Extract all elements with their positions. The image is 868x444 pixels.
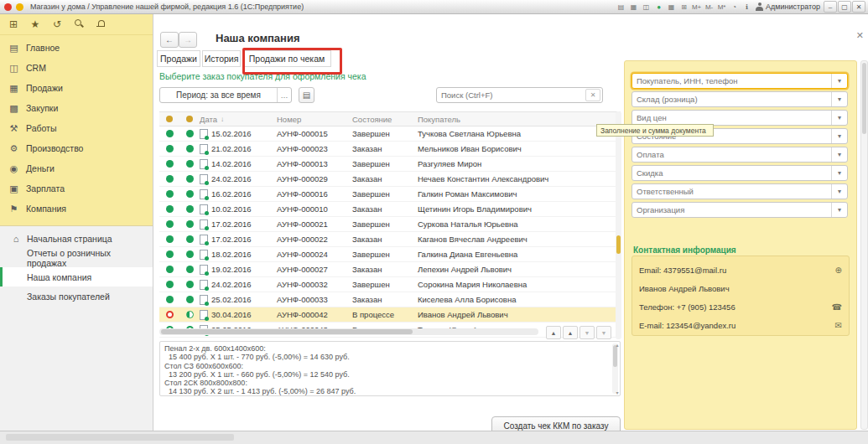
nav-item-наша-компания[interactable]: Наша компания xyxy=(0,267,153,287)
table-row[interactable]: 24.02.2016АУНФ-000032ЗавершенСорокина Ма… xyxy=(159,277,621,292)
column-number[interactable]: Номер xyxy=(277,115,352,124)
scroll-down-button[interactable]: ▼ xyxy=(580,326,595,339)
filter-input-3[interactable] xyxy=(632,113,831,122)
sidebar-item-закупки[interactable]: ▩Закупки xyxy=(0,98,153,118)
dropdown-icon[interactable]: ▾ xyxy=(831,184,847,199)
info-icon[interactable]: ℹ xyxy=(741,2,752,12)
sidebar-item-crm[interactable]: ◫CRM xyxy=(0,58,153,78)
scroll-thumb[interactable] xyxy=(862,63,866,134)
zoom-icon[interactable]: ◔ xyxy=(729,2,740,12)
sidebar-item-главное[interactable]: ▤Главное xyxy=(0,38,153,58)
column-customer[interactable]: Покупатель xyxy=(418,115,598,124)
cell-state: Завершен xyxy=(352,250,418,259)
filter-input-5[interactable] xyxy=(632,150,831,159)
filter-input-1[interactable] xyxy=(632,76,831,85)
dropdown-icon[interactable]: ▾ xyxy=(831,147,847,162)
menu-grid-icon[interactable]: ⊞ xyxy=(5,16,22,32)
save-icon[interactable]: ▤ xyxy=(616,2,626,12)
table-row[interactable]: 14.02.2016АУНФ-000013ЗавершенРазгуляев М… xyxy=(159,157,621,172)
period-choose-icon[interactable]: … xyxy=(277,88,291,102)
dropdown-icon[interactable]: ▾ xyxy=(831,92,847,106)
tab-2[interactable]: История xyxy=(202,50,241,67)
dropdown-icon[interactable]: ▾ xyxy=(831,166,847,180)
history-icon[interactable]: ↺ xyxy=(49,16,65,32)
column-state[interactable]: Состояние xyxy=(352,115,418,124)
calculator-icon[interactable]: ⊞ xyxy=(678,2,689,12)
filter-field-5: ▾ xyxy=(632,147,848,163)
nav-item-начальная-страница[interactable]: ⌂Начальная страница xyxy=(0,229,153,248)
user-badge[interactable]: Администратор xyxy=(756,3,820,11)
form-close-icon[interactable]: ✕ xyxy=(856,30,864,41)
scroll-up2-button[interactable]: ▲ xyxy=(563,326,578,339)
app-menu-icon[interactable] xyxy=(16,3,23,11)
sidebar-item-продажи[interactable]: ▦Продажи xyxy=(0,78,153,98)
table-row[interactable]: 19.02.2016АУНФ-000027ЗаказанЛепехин Андр… xyxy=(159,262,621,277)
preview-icon[interactable]: ◫ xyxy=(641,2,652,12)
sidebar-item-работы[interactable]: ⚒Работы xyxy=(0,118,153,138)
favorites-icon[interactable]: ★ xyxy=(27,16,44,32)
search-input[interactable] xyxy=(437,90,585,100)
app-icon[interactable] xyxy=(4,3,12,11)
dropdown-icon[interactable]: ▾ xyxy=(831,129,847,143)
table-horizontal-scrollbar[interactable] xyxy=(159,328,538,335)
filter-input-2[interactable] xyxy=(632,95,831,104)
service-icon[interactable]: ● xyxy=(653,2,664,12)
table-row[interactable]: 30.04.2016АУНФ-000042В процессеИванов Ан… xyxy=(159,307,621,323)
tab-3[interactable]: Продажи по чекам xyxy=(242,50,331,67)
table-vertical-scrollbar[interactable] xyxy=(616,111,621,339)
sidebar-item-компания[interactable]: ⚑Компания xyxy=(0,199,153,219)
search-icon[interactable] xyxy=(70,16,87,32)
maximize-button[interactable]: ▢ xyxy=(838,1,851,13)
dropdown-icon[interactable]: ▾ xyxy=(831,74,847,88)
table-row[interactable]: 15.02.2016АУНФ-000015ЗавершенТучкова Све… xyxy=(159,126,621,142)
table-row[interactable]: 25.02.2016АУНФ-000033ЗаказанКиселева Алл… xyxy=(159,292,621,307)
close-button[interactable]: ✕ xyxy=(852,1,865,13)
phone-icon[interactable]: ☎ xyxy=(830,302,842,312)
filter-input-8[interactable] xyxy=(632,205,831,214)
forward-button[interactable]: → xyxy=(179,32,197,48)
scroll-up-icon[interactable]: ▴ xyxy=(616,342,618,348)
column-date[interactable]: Дата↓ xyxy=(200,115,277,124)
sidebar-item-деньги[interactable]: ◉Деньги xyxy=(0,158,153,178)
globe-icon[interactable]: ⊕ xyxy=(830,266,842,275)
period-selector[interactable]: Период: за все время … xyxy=(159,87,292,103)
tab-1[interactable]: Продажи xyxy=(157,50,200,67)
table-row[interactable]: 21.02.2016АУНФ-000023ЗаказанМельников Ив… xyxy=(159,142,621,157)
print-icon[interactable]: ▦ xyxy=(628,2,639,12)
back-button[interactable]: ← xyxy=(160,32,179,48)
dropdown-icon[interactable]: ▾ xyxy=(831,111,847,125)
calendar-icon[interactable]: ▦ xyxy=(666,2,677,12)
scroll-thumb[interactable] xyxy=(161,329,413,334)
panel-vertical-scrollbar[interactable] xyxy=(860,60,868,430)
sidebar-item-зарплата[interactable]: ▣Зарплата xyxy=(0,178,153,199)
table-row[interactable]: 16.02.2016АУНФ-000016ЗавершенГалкин Рома… xyxy=(159,187,621,202)
dropdown-icon[interactable]: ▾ xyxy=(831,203,847,217)
mail-icon[interactable]: ✉ xyxy=(830,321,842,330)
nav-item-заказы-покупателей[interactable]: Заказы покупателей xyxy=(0,287,153,306)
details-scrollbar[interactable] xyxy=(612,343,618,394)
scroll-up-button[interactable]: ▲ xyxy=(546,326,561,339)
filter-input-7[interactable] xyxy=(632,187,831,196)
search-clear-icon[interactable]: ✕ xyxy=(585,89,600,101)
notifications-icon[interactable] xyxy=(92,16,109,32)
table-body: 15.02.2016АУНФ-000015ЗавершенТучкова Све… xyxy=(159,126,621,338)
table-row[interactable]: 17.02.2016АУНФ-000022ЗаказанКаганов Вяче… xyxy=(159,232,621,247)
document-icon xyxy=(200,129,208,139)
minimize-button[interactable]: – xyxy=(824,1,837,13)
table-row[interactable]: 18.02.2016АУНФ-000024ЗавершенГалкина Диа… xyxy=(159,247,621,262)
table-row[interactable]: 24.02.2016АУНФ-000029ЗаказанНечаев Конст… xyxy=(159,172,621,187)
filter-input-6[interactable] xyxy=(632,168,831,178)
memory-plus-icon[interactable]: М+ xyxy=(691,2,702,12)
scroll-down-icon[interactable]: ▾ xyxy=(616,390,618,395)
scroll-thumb[interactable] xyxy=(616,235,621,254)
scroll-down2-button[interactable]: ▼ xyxy=(596,326,611,339)
memory-star-icon[interactable]: М* xyxy=(716,2,727,12)
table-row[interactable]: 10.02.2016АУНФ-000010ЗаказанЩетинин Игор… xyxy=(159,202,621,217)
memory-minus-icon[interactable]: М- xyxy=(704,2,715,12)
shipment-status-icon xyxy=(179,160,200,168)
report-button[interactable]: ▤ xyxy=(299,87,314,103)
sidebar-item-производство[interactable]: ⚙Производство xyxy=(0,138,153,158)
table-row[interactable]: 17.02.2016АУНФ-000021ЗавершенСуркова Нат… xyxy=(159,217,621,232)
nav-item-отчеты-о-розничных-продажах[interactable]: Отчеты о розничных продажах xyxy=(0,248,153,267)
scroll-thumb[interactable] xyxy=(613,345,617,367)
